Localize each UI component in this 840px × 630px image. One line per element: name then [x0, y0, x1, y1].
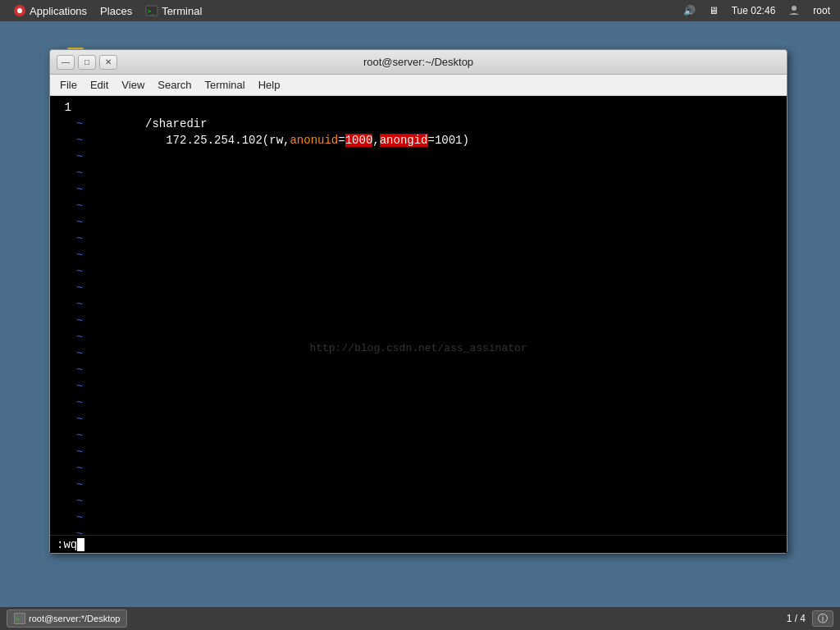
display-icon: 🖥 — [705, 5, 722, 16]
username: root — [810, 5, 833, 16]
menu-terminal[interactable]: Terminal — [199, 77, 252, 93]
vim-tilde-13: ~ — [50, 296, 787, 313]
close-button[interactable]: ✕ — [99, 55, 117, 70]
applications-menu[interactable]: Applications — [7, 0, 94, 21]
maximize-button[interactable]: □ — [78, 55, 96, 70]
vim-tilde-25: ~ — [50, 493, 787, 509]
places-label: Places — [100, 5, 132, 17]
taskbar-bottom-right: 1 / 4 ⓘ — [787, 610, 833, 627]
vim-tilde-6: ~ — [50, 181, 787, 198]
vim-tilde-4: ~ — [50, 148, 787, 165]
menu-bar: File Edit View Search Terminal Help — [50, 75, 787, 96]
svg-text:>_: >_ — [148, 8, 155, 15]
terminal-content: 1 /sharedir 172.25.254.102(rw,anonuid=10… — [50, 96, 787, 535]
vim-status-bar: :wq — [50, 535, 787, 553]
vim-line-1: 1 /sharedir 172.25.254.102(rw,anonuid=10… — [50, 99, 787, 116]
vim-tilde-15: ~ — [50, 329, 787, 345]
vim-tilde-24: ~ — [50, 477, 787, 493]
applications-label: Applications — [30, 5, 87, 17]
vim-tilde-8: ~ — [50, 214, 787, 231]
clock: Tue 02:46 — [728, 5, 779, 16]
svg-text:>: > — [16, 616, 19, 623]
taskbar-window-button[interactable]: > root@server:*/Desktop — [7, 609, 127, 628]
vim-tilde-21: ~ — [50, 427, 787, 444]
taskbar-window-label: root@server:*/Desktop — [29, 614, 120, 623]
vim-tilde-2: ~ — [50, 116, 787, 132]
taskbar-top: Applications Places >_ Terminal 🔊 🖥 Tue … — [0, 0, 840, 21]
taskbar-bottom: > root@server:*/Desktop 1 / 4 ⓘ — [0, 607, 840, 630]
menu-view[interactable]: View — [115, 77, 151, 93]
taskbar-bottom-left: > root@server:*/Desktop — [7, 609, 127, 628]
line-number-1: 1 — [50, 99, 76, 116]
applications-icon — [13, 4, 26, 17]
vim-tilde-18: ~ — [50, 378, 787, 395]
places-menu[interactable]: Places — [94, 0, 139, 21]
terminal-window: — □ ✕ root@server:~/Desktop File Edit Vi… — [49, 49, 788, 554]
terminal-menu[interactable]: >_ Terminal — [139, 0, 208, 21]
vim-tilde-23: ~ — [50, 460, 787, 477]
svg-point-4 — [792, 6, 797, 11]
title-bar: — □ ✕ root@server:~/Desktop — [50, 50, 787, 75]
user-icon — [788, 4, 800, 16]
vim-tilde-3: ~ — [50, 132, 787, 148]
pager-info-button[interactable]: ⓘ — [812, 610, 833, 627]
info-icon: ⓘ — [818, 612, 828, 626]
vim-tilde-11: ~ — [50, 263, 787, 280]
vim-command: :wq — [57, 538, 77, 551]
pager-label: 1 / 4 — [787, 613, 806, 624]
window-controls: — □ ✕ — [57, 55, 117, 70]
vim-cursor — [77, 538, 84, 551]
menu-help[interactable]: Help — [252, 77, 287, 93]
terminal-icon: >_ — [145, 4, 158, 17]
vim-tilde-5: ~ — [50, 165, 787, 181]
terminal-body[interactable]: 1 /sharedir 172.25.254.102(rw,anonuid=10… — [50, 96, 787, 535]
vim-tilde-7: ~ — [50, 198, 787, 214]
taskbar-left: Applications Places >_ Terminal — [7, 0, 208, 21]
window-title: root@server:~/Desktop — [117, 56, 719, 68]
vim-tilde-16: ~ — [50, 345, 787, 362]
taskbar-right: 🔊 🖥 Tue 02:46 root — [680, 4, 833, 18]
line-content-1: /sharedir 172.25.254.102(rw,anonuid=1000… — [76, 99, 787, 116]
vim-tilde-9: ~ — [50, 231, 787, 247]
terminal-mini-icon: > — [14, 613, 25, 624]
minimize-button[interactable]: — — [57, 55, 75, 70]
menu-edit[interactable]: Edit — [84, 77, 115, 93]
vim-tilde-17: ~ — [50, 362, 787, 378]
user-label — [785, 4, 803, 18]
vim-tilde-14: ~ — [50, 313, 787, 329]
menu-search[interactable]: Search — [151, 77, 198, 93]
vim-tilde-22: ~ — [50, 444, 787, 460]
menu-file[interactable]: File — [53, 77, 84, 93]
vim-tilde-12: ~ — [50, 280, 787, 296]
vim-tilde-10: ~ — [50, 247, 787, 263]
volume-icon: 🔊 — [680, 5, 699, 16]
terminal-label: Terminal — [162, 5, 202, 17]
svg-point-1 — [17, 8, 22, 13]
vim-tilde-26: ~ — [50, 509, 787, 526]
vim-tilde-27: ~ — [50, 526, 787, 535]
vim-tilde-20: ~ — [50, 411, 787, 427]
vim-tilde-19: ~ — [50, 395, 787, 411]
